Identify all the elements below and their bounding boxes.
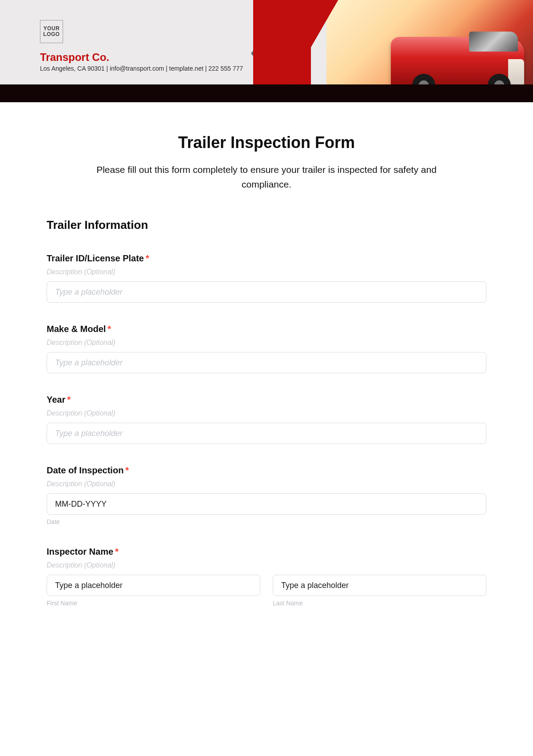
- sub-date: Date: [47, 518, 486, 525]
- required-mark: *: [107, 324, 111, 334]
- required-mark: *: [146, 253, 149, 263]
- page-title: Trailer Inspection Form: [47, 133, 486, 152]
- field-trailer-id: Trailer ID/License Plate* Description (O…: [47, 253, 486, 303]
- sub-last-name: Last Name: [273, 600, 486, 607]
- input-trailer-id[interactable]: [47, 281, 486, 303]
- required-mark: *: [125, 465, 129, 475]
- label-year: Year*: [47, 395, 486, 405]
- label-inspector-name: Inspector Name*: [47, 547, 486, 557]
- field-date: Date of Inspection* Description (Optiona…: [47, 465, 486, 525]
- label-date: Date of Inspection*: [47, 465, 486, 476]
- input-make-model[interactable]: [47, 352, 486, 373]
- logo-text: YOUR LOGO: [40, 26, 63, 37]
- logo-placeholder: YOUR LOGO: [40, 20, 63, 43]
- required-mark: *: [115, 547, 119, 556]
- field-make-model: Make & Model* Description (Optional): [47, 324, 486, 373]
- page-intro: Please fill out this form completely to …: [80, 163, 453, 192]
- company-name: Transport Co.: [40, 51, 109, 64]
- label-trailer-id: Trailer ID/License Plate*: [47, 253, 486, 264]
- field-inspector-name: Inspector Name* Description (Optional) F…: [47, 547, 486, 607]
- input-date[interactable]: [47, 493, 486, 515]
- input-year[interactable]: [47, 423, 486, 444]
- header-stripe: [0, 84, 533, 102]
- form-page: Trailer Inspection Form Please fill out …: [0, 102, 533, 641]
- header-banner: YOUR LOGO Transport Co. Los Angeles, CA …: [0, 0, 533, 102]
- desc-make-model: Description (Optional): [47, 339, 486, 347]
- desc-inspector-name: Description (Optional): [47, 561, 486, 569]
- required-mark: *: [67, 395, 71, 404]
- sub-first-name: First Name: [47, 600, 260, 607]
- section-trailer-info: Trailer Information: [47, 218, 486, 232]
- desc-trailer-id: Description (Optional): [47, 268, 486, 276]
- company-subline: Los Angeles, CA 90301 | info@transport.c…: [40, 65, 243, 72]
- desc-date: Description (Optional): [47, 480, 486, 488]
- field-year: Year* Description (Optional): [47, 395, 486, 444]
- label-make-model: Make & Model*: [47, 324, 486, 334]
- desc-year: Description (Optional): [47, 409, 486, 417]
- input-last-name[interactable]: [273, 575, 486, 596]
- input-first-name[interactable]: [47, 575, 260, 596]
